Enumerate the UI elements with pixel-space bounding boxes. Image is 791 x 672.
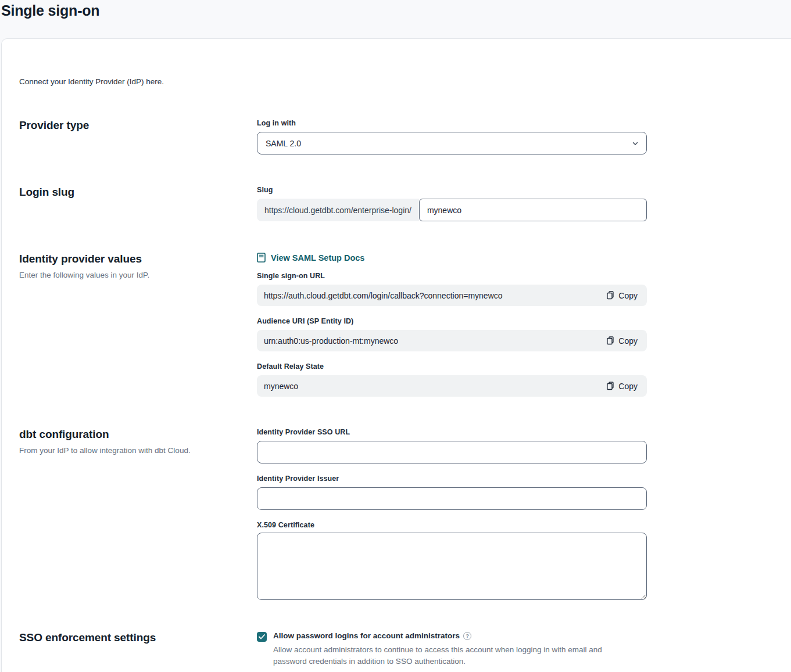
chevron-down-icon [632,140,639,147]
section-dbt-configuration-left: dbt configuration From your IdP to allow… [19,428,257,455]
copy-icon [607,382,614,390]
section-sso-enforcement-left: SSO enforcement settings [19,631,257,644]
password-logins-checkbox[interactable] [257,632,267,642]
sso-url-label: Single sign-on URL [257,272,647,280]
slug-label: Slug [257,186,647,194]
section-login-slug-left: Login slug [19,186,257,199]
x509-certificate-field: X.509 Certificate [257,521,647,600]
idp-values-subtitle: Enter the following values in your IdP. [19,271,257,279]
x509-certificate-label: X.509 Certificate [257,521,647,529]
relay-state-value: mynewco [264,382,298,391]
checkmark-icon [259,634,265,639]
idp-issuer-input[interactable] [257,487,647,510]
provider-type-heading: Provider type [19,119,257,132]
saml-setup-docs-link-label: View SAML Setup Docs [271,253,364,263]
section-dbt-configuration-right: Identity Provider SSO URL Identity Provi… [257,428,647,600]
x509-certificate-textarea[interactable] [257,533,647,600]
sso-url-copy-button[interactable]: Copy [604,290,640,301]
page-title: Single sign-on [1,2,791,19]
intro-text: Connect your Identity Provider (IdP) her… [19,77,791,86]
copy-icon [607,291,614,300]
login-slug-heading: Login slug [19,186,257,199]
slug-url-prefix: https://cloud.getdbt.com/enterprise-logi… [257,199,419,221]
login-with-label: Log in with [257,119,647,127]
relay-state-field: Default Relay State mynewco Copy [257,362,647,397]
copy-icon [607,336,614,345]
sso-enforcement-heading: SSO enforcement settings [19,631,257,644]
sso-url-value: https://auth.cloud.getdbt.com/login/call… [264,291,503,300]
page-header: Single sign-on [0,0,791,38]
section-login-slug: Login slug Slug https://cloud.getdbt.com… [19,186,791,221]
idp-sso-url-input[interactable] [257,441,647,463]
section-provider-type-left: Provider type [19,119,257,132]
section-dbt-configuration: dbt configuration From your IdP to allow… [19,428,791,600]
password-logins-label: Allow password logins for account admini… [273,631,460,640]
copy-button-label: Copy [618,336,638,346]
audience-uri-copy-button[interactable]: Copy [604,335,640,347]
password-logins-description: Allow account administrators to continue… [273,644,635,667]
section-login-slug-right: Slug https://cloud.getdbt.com/enterprise… [257,186,647,221]
audience-uri-label: Audience URI (SP Entity ID) [257,317,647,325]
relay-state-label: Default Relay State [257,362,647,371]
dbt-configuration-heading: dbt configuration [19,428,257,441]
sso-url-row: https://auth.cloud.getdbt.com/login/call… [257,285,647,306]
section-idp-values-left: Identity provider values Enter the follo… [19,253,257,279]
settings-card: Connect your Identity Provider (IdP) her… [1,38,791,672]
copy-button-label: Copy [618,382,638,391]
document-icon [257,253,266,263]
dbt-configuration-subtitle: From your IdP to allow integration with … [19,446,257,455]
idp-sso-url-field: Identity Provider SSO URL [257,428,647,463]
idp-sso-url-label: Identity Provider SSO URL [257,428,647,436]
section-idp-values-right: View SAML Setup Docs Single sign-on URL … [257,253,647,397]
audience-uri-value: urn:auth0:us-production-mt:mynewco [264,336,398,346]
idp-values-heading: Identity provider values [19,253,257,265]
slug-input[interactable] [419,199,647,221]
login-with-selected-value: SAML 2.0 [266,139,301,148]
section-sso-enforcement: SSO enforcement settings Allow password … [19,631,791,667]
password-logins-checkbox-row: Allow password logins for account admini… [257,631,647,667]
password-logins-label-wrap: Allow password logins for account admini… [273,631,647,667]
slug-field: https://cloud.getdbt.com/enterprise-logi… [257,199,647,221]
section-provider-type: Provider type Log in with SAML 2.0 [19,119,791,154]
saml-setup-docs-link[interactable]: View SAML Setup Docs [257,253,364,263]
audience-uri-row: urn:auth0:us-production-mt:mynewco Copy [257,330,647,351]
login-with-select[interactable]: SAML 2.0 [257,132,647,154]
section-provider-type-right: Log in with SAML 2.0 [257,119,647,154]
relay-state-copy-button[interactable]: Copy [604,380,640,392]
idp-issuer-label: Identity Provider Issuer [257,475,647,483]
relay-state-row: mynewco Copy [257,375,647,397]
sso-url-field: Single sign-on URL https://auth.cloud.ge… [257,272,647,306]
help-icon[interactable]: ? [463,632,471,640]
idp-issuer-field: Identity Provider Issuer [257,475,647,510]
audience-uri-field: Audience URI (SP Entity ID) urn:auth0:us… [257,317,647,351]
section-sso-enforcement-right: Allow password logins for account admini… [257,631,647,667]
copy-button-label: Copy [618,291,638,300]
section-idp-values: Identity provider values Enter the follo… [19,253,791,397]
